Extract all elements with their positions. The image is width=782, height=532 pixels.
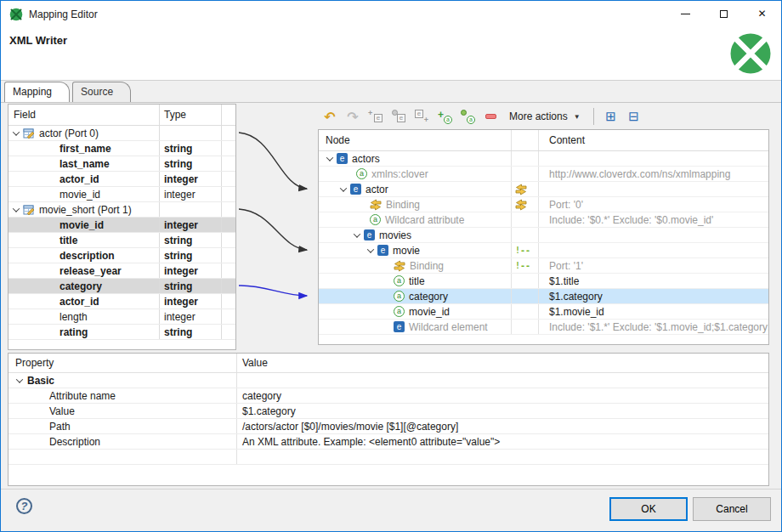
chevron-down-icon[interactable] xyxy=(340,184,347,191)
mapping-area: Mapping Source Field Type actor (Port 0)… xyxy=(1,80,782,490)
tree-row[interactable]: e actor xyxy=(319,182,768,197)
property-row[interactable]: Path /actors/actor [$0]/movies/movie [$1… xyxy=(8,419,768,434)
table-row[interactable]: description string xyxy=(8,248,235,263)
table-row[interactable]: rating string xyxy=(8,325,235,340)
mapping-arrow-movie xyxy=(239,209,307,250)
column-header-type[interactable]: Type xyxy=(160,105,222,125)
tree-row[interactable]: e movie !-- xyxy=(319,243,768,258)
chevron-down-icon[interactable] xyxy=(354,230,360,237)
table-row[interactable]: movie_id integer xyxy=(8,187,235,202)
node-label: Binding xyxy=(386,199,420,211)
attribute-icon: a xyxy=(444,116,452,124)
chevron-down-icon[interactable] xyxy=(13,205,20,212)
property-name: Value xyxy=(8,404,237,418)
field-name: last_name xyxy=(8,158,110,170)
table-row[interactable]: actor_id integer xyxy=(8,294,235,309)
column-header-property[interactable]: Property xyxy=(8,354,237,372)
remove-button[interactable] xyxy=(483,109,498,124)
chevron-down-icon[interactable] xyxy=(367,246,374,252)
port-group-label: movie_short (Port 1) xyxy=(39,204,132,216)
property-value[interactable]: $1.category xyxy=(237,404,768,418)
redo-button[interactable]: ↷ xyxy=(345,109,360,124)
column-header-node[interactable]: Node xyxy=(319,130,512,150)
field-type: string xyxy=(160,279,222,293)
table-row[interactable]: actor (Port 0) xyxy=(8,126,235,141)
add-sibling-element-button[interactable]: e xyxy=(391,109,406,124)
add-wildcard-attribute-button[interactable]: a xyxy=(460,109,475,124)
tree-row[interactable]: Binding Port: '0' xyxy=(319,197,768,212)
collapse-all-button[interactable]: ⊟ xyxy=(626,109,642,124)
property-value[interactable]: An XML attribute. Example: <element0 att… xyxy=(237,434,768,449)
tree-row[interactable]: a Wildcard attribute Include: '$0.*' Exc… xyxy=(319,212,768,228)
xml-tree: Node Content e actors a xmlns:clover xyxy=(318,129,769,345)
tree-row[interactable]: Binding !-- Port: '1' xyxy=(319,258,768,274)
field-name: release_year xyxy=(8,265,122,277)
maximize-button[interactable] xyxy=(705,1,743,26)
key-binding-icon: !-- xyxy=(515,261,530,270)
expand-all-button[interactable]: ⊞ xyxy=(604,109,619,124)
table-row[interactable]: actor_id integer xyxy=(8,172,235,187)
key-binding-icon: !-- xyxy=(515,246,530,255)
node-content: Port: '0' xyxy=(539,197,768,212)
table-row[interactable]: title string xyxy=(8,233,235,248)
app-clover-icon xyxy=(9,8,23,21)
field-name: category xyxy=(8,280,102,292)
tab-mapping[interactable]: Mapping xyxy=(4,82,70,102)
table-row[interactable]: movie_id integer xyxy=(8,218,235,233)
property-row[interactable]: Description An XML attribute. Example: <… xyxy=(8,434,768,450)
add-element-button[interactable]: e + xyxy=(414,109,429,124)
table-row[interactable]: release_year integer xyxy=(8,263,235,279)
chevron-down-icon[interactable] xyxy=(13,128,20,135)
cancel-button[interactable]: Cancel xyxy=(693,497,771,521)
tree-row[interactable]: e Wildcard element Include: '$1.*' Exclu… xyxy=(319,320,768,335)
field-table: Field Type actor (Port 0) first_name str… xyxy=(8,104,236,350)
tab-source[interactable]: Source xyxy=(72,82,131,102)
chevron-down-icon[interactable] xyxy=(326,154,333,161)
table-row[interactable]: movie_short (Port 1) xyxy=(8,202,235,218)
record-icon xyxy=(23,204,35,216)
tree-row[interactable]: e movies xyxy=(319,228,768,243)
ok-button[interactable]: OK xyxy=(609,497,688,521)
tree-row[interactable]: e actors xyxy=(319,151,768,167)
add-attribute-button[interactable]: + a xyxy=(437,109,452,124)
undo-button[interactable]: ↶ xyxy=(322,109,337,124)
field-type: string xyxy=(160,248,222,263)
tree-header: Node Content xyxy=(319,130,768,151)
property-value[interactable]: category xyxy=(237,388,768,403)
column-header-value[interactable]: Value xyxy=(237,354,768,372)
add-child-element-button[interactable]: + e xyxy=(368,109,383,124)
record-icon xyxy=(23,127,35,139)
tree-row[interactable]: a xmlns:clover http://www.cloverdx.com/n… xyxy=(319,167,768,182)
minimize-button[interactable] xyxy=(666,1,705,26)
node-content: Port: '1' xyxy=(539,258,768,273)
node-label: actor xyxy=(366,184,388,195)
port-group-label: actor (Port 0) xyxy=(39,127,99,139)
attribute-icon: a xyxy=(467,116,475,124)
property-row[interactable]: Value $1.category xyxy=(8,404,768,419)
help-button[interactable]: ? xyxy=(16,498,32,514)
column-header-content[interactable]: Content xyxy=(539,130,768,150)
table-row[interactable]: last_name string xyxy=(8,156,235,172)
column-header-field[interactable]: Field xyxy=(8,105,160,125)
table-row[interactable]: category string xyxy=(8,279,235,294)
element-icon: e xyxy=(415,110,423,118)
property-row[interactable]: Attribute name category xyxy=(8,388,768,404)
table-row[interactable]: first_name string xyxy=(8,141,235,156)
table-row[interactable]: length integer xyxy=(8,309,235,325)
group-label: Basic xyxy=(27,375,54,387)
tree-row[interactable]: a title $1.title xyxy=(319,274,768,289)
property-value[interactable]: /actors/actor [$0]/movies/movie [$1][@ca… xyxy=(237,419,768,433)
node-label: movies xyxy=(379,229,411,241)
tree-row[interactable]: a movie_id $1.movie_id xyxy=(319,304,768,320)
field-name: movie_id xyxy=(8,219,104,231)
mapping-arrow-category xyxy=(239,286,307,296)
tree-row-selected[interactable]: a category $1.category xyxy=(319,289,768,304)
more-actions-button[interactable]: More actions ▼ xyxy=(506,108,584,125)
attribute-icon: a xyxy=(356,168,367,179)
close-button[interactable]: ✕ xyxy=(743,1,781,26)
chevron-down-icon[interactable] xyxy=(16,376,23,382)
title-bar[interactable]: Mapping Editor ✕ xyxy=(1,1,781,28)
field-type: integer xyxy=(160,309,222,324)
property-group-row[interactable]: Basic xyxy=(8,373,768,388)
field-type: string xyxy=(160,141,222,156)
